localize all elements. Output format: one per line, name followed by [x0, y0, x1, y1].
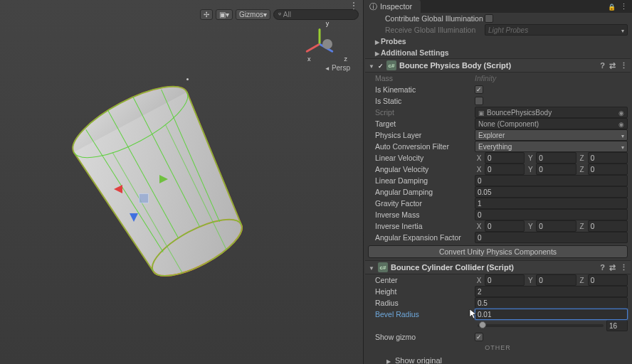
center-field[interactable]: X0Y0Z0	[475, 274, 628, 286]
script-icon	[378, 262, 388, 272]
physics-layer-dropdown[interactable]: Explorer	[475, 129, 628, 141]
move-handle-y[interactable]	[159, 175, 168, 183]
component-menu-icon[interactable]: ⋮	[620, 263, 628, 272]
foldout-icon	[368, 61, 375, 70]
axis-z-label: z	[344, 55, 348, 63]
inverse-mass-field[interactable]: 0	[475, 209, 628, 220]
foldout-icon	[374, 37, 381, 46]
height-field[interactable]: 2	[475, 286, 628, 297]
linear-velocity-field[interactable]: X0Y0Z0	[475, 152, 628, 164]
component-title: Bounce Physics Body (Script)	[399, 61, 511, 70]
receive-gi-dropdown: Light Probes	[485, 24, 628, 36]
preset-icon[interactable]: ⇄	[609, 61, 616, 70]
auto-conversion-dropdown[interactable]: Everything	[475, 141, 628, 152]
angular-expansion-field[interactable]: 0	[475, 232, 628, 243]
help-icon[interactable]: ?	[600, 61, 605, 70]
is-static-checkbox[interactable]	[475, 97, 483, 105]
lock-icon[interactable]	[608, 2, 616, 11]
physics-body-header[interactable]: Bounce Physics Body (Script) ? ⇄ ⋮	[365, 58, 631, 73]
additional-settings-foldout[interactable]: Additional Settings	[365, 47, 631, 58]
help-icon[interactable]: ?	[600, 263, 605, 272]
inspector-icon: ⓘ	[369, 1, 377, 12]
scene-toolbar: ✢ ▣▾ Gizmos ▾ ᵠ All	[0, 9, 363, 20]
component-menu-icon[interactable]: ⋮	[620, 61, 628, 70]
move-handle-plane[interactable]	[139, 193, 149, 203]
component-title: Bounce Cylinder Collider (Script)	[391, 263, 514, 272]
tool-icon[interactable]: ✢	[200, 9, 213, 20]
receive-gi-row: Receive Global Illumination Light Probes	[365, 24, 631, 36]
contribute-gi-checkbox[interactable]	[485, 14, 493, 23]
other-label: OTHER	[365, 343, 631, 354]
component-enable-checkbox[interactable]	[378, 61, 384, 70]
contribute-gi-row: Contribute Global Illumination	[365, 13, 631, 24]
linear-damping-field[interactable]: 0	[475, 175, 628, 186]
show-original-foldout[interactable]: Show original	[365, 354, 631, 364]
angular-velocity-field[interactable]: X0Y0Z0	[475, 164, 628, 175]
axis-y-label: y	[326, 20, 330, 27]
script-icon	[386, 60, 396, 70]
bevel-slider[interactable]	[478, 324, 604, 327]
inspector-tab-bar: ⓘInspector ⋮	[364, 0, 632, 13]
probes-foldout[interactable]: Probes	[365, 36, 631, 47]
bevel-slider-row: 16	[365, 320, 631, 331]
inspector-menu-icon[interactable]: ⋮	[616, 2, 632, 11]
show-gizmo-checkbox[interactable]	[475, 333, 483, 341]
projection-label[interactable]: Persp	[325, 64, 350, 72]
scene-search-input[interactable]: ᵠ All	[273, 9, 359, 20]
script-field: BouncePhysicsBody	[475, 107, 628, 118]
foldout-icon	[368, 263, 375, 272]
target-field[interactable]: None (Component)	[475, 118, 628, 129]
move-handle-z[interactable]	[130, 213, 138, 222]
is-kinematic-checkbox[interactable]	[475, 85, 483, 94]
axis-x-label: x	[307, 55, 311, 63]
gizmos-dropdown[interactable]: Gizmos ▾	[236, 9, 270, 20]
inspector-panel: ⓘInspector ⋮ Contribute Global Illuminat…	[363, 0, 632, 364]
slider-value[interactable]: 16	[606, 320, 628, 331]
move-handle-x[interactable]	[114, 185, 122, 193]
inverse-inertia-field[interactable]: X0Y0Z0	[475, 220, 628, 232]
bevel-radius-field[interactable]: 0.01	[475, 309, 628, 320]
inspector-tab[interactable]: ⓘInspector	[364, 0, 421, 14]
gravity-factor-field[interactable]: 1	[475, 198, 628, 209]
scene-view[interactable]: ⋮ ✢ ▣▾ Gizmos ▾ ᵠ All y x z Persp	[0, 0, 363, 364]
preset-icon[interactable]: ⇄	[609, 263, 616, 272]
cylinder-collider-header[interactable]: Bounce Cylinder Collider (Script) ? ⇄ ⋮	[365, 260, 631, 274]
foldout-icon	[374, 48, 381, 57]
scene-marker	[186, 78, 189, 80]
inspector-body: Contribute Global Illumination Receive G…	[364, 13, 632, 364]
cylinder-gizmo[interactable]	[50, 71, 278, 299]
foldout-icon	[385, 356, 392, 364]
convert-physics-button[interactable]: Convert Unity Physics Components	[368, 245, 628, 258]
radius-field[interactable]: 0.5	[475, 297, 628, 309]
angular-damping-field[interactable]: 0.05	[475, 186, 628, 198]
orientation-gizmo[interactable]: y x z	[306, 23, 349, 65]
camera-dropdown[interactable]: ▣▾	[216, 9, 233, 20]
